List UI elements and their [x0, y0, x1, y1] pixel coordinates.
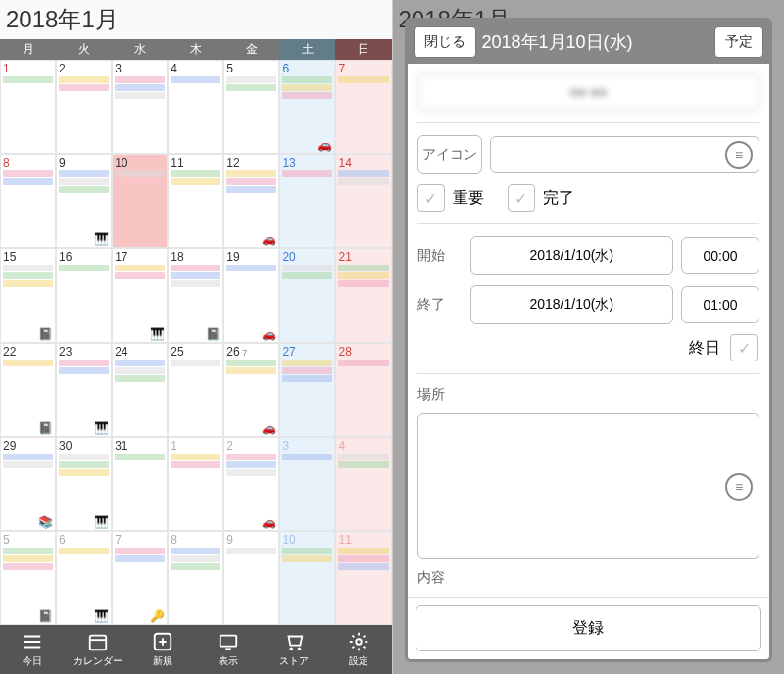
- day-cell[interactable]: 1: [168, 437, 223, 531]
- day-cell[interactable]: 6🚗: [279, 60, 335, 154]
- calendar-title: 2018年1月: [0, 0, 392, 39]
- weekday-cell: 木: [168, 39, 223, 60]
- day-cell[interactable]: 11: [168, 154, 223, 248]
- day-cell[interactable]: 16: [56, 248, 112, 342]
- start-date-button[interactable]: 2018/1/10(水): [470, 236, 674, 275]
- event-icon: 📓: [38, 421, 53, 435]
- end-date-button[interactable]: 2018/1/10(水): [470, 285, 674, 324]
- event-icon: 🚗: [262, 327, 276, 341]
- modal-footer: 登録: [408, 597, 770, 659]
- bottom-toolbar: 今日カレンダー新規表示ストア設定: [0, 625, 392, 674]
- day-cell[interactable]: 4: [335, 437, 391, 531]
- toolbar-label: 設定: [349, 654, 368, 668]
- list-icon: ≡: [725, 473, 753, 501]
- day-cell[interactable]: 4: [168, 60, 223, 154]
- allday-checkbox[interactable]: ✓: [730, 334, 758, 361]
- toolbar-calendar[interactable]: カレンダー: [66, 625, 131, 674]
- toolbar-display[interactable]: 表示: [196, 625, 262, 674]
- day-cell[interactable]: 8: [0, 154, 56, 248]
- close-button[interactable]: 閉じる: [414, 26, 476, 58]
- day-cell[interactable]: 18📓: [168, 248, 223, 342]
- place-label: 場所: [417, 386, 760, 404]
- day-cell[interactable]: 26 7🚗: [223, 343, 279, 437]
- day-cell[interactable]: 7: [335, 60, 391, 154]
- done-checkbox[interactable]: ✓ 完了: [508, 184, 574, 212]
- icon-label[interactable]: アイコン: [417, 135, 482, 174]
- svg-rect-0: [90, 636, 107, 650]
- submit-button[interactable]: 登録: [416, 605, 762, 651]
- day-cell[interactable]: 3: [279, 437, 335, 531]
- event-type-button[interactable]: 予定: [714, 26, 763, 58]
- event-panel: 2018年1月 閉じる 2018年1月10日(水) 予定 ■■ ■■ アイコン …: [393, 0, 785, 674]
- event-icon: 🚗: [262, 421, 276, 435]
- weekday-cell: 日: [335, 39, 391, 60]
- day-cell[interactable]: 5: [223, 60, 279, 154]
- day-cell[interactable]: 3: [112, 60, 168, 154]
- title-input[interactable]: ■■ ■■: [417, 73, 760, 111]
- day-cell[interactable]: 24: [112, 343, 168, 437]
- day-cell[interactable]: 30🎹: [56, 437, 112, 531]
- day-cell[interactable]: 9: [223, 531, 279, 625]
- event-icon: 📓: [38, 327, 53, 341]
- weekday-cell: 火: [56, 39, 112, 60]
- day-cell[interactable]: 2🚗: [223, 437, 279, 531]
- day-cell[interactable]: 9🎹: [56, 154, 112, 248]
- start-row: 開始 2018/1/10(水) 00:00: [417, 236, 760, 275]
- start-time-button[interactable]: 00:00: [681, 237, 760, 274]
- toolbar-label: カレンダー: [74, 654, 122, 668]
- weekday-cell: 土: [279, 39, 335, 60]
- day-cell[interactable]: 17🎹: [112, 248, 168, 342]
- icon-picker[interactable]: ≡: [490, 136, 760, 173]
- day-cell[interactable]: 25: [168, 343, 223, 437]
- weekday-cell: 金: [223, 39, 279, 60]
- weekday-cell: 水: [112, 39, 168, 60]
- day-cell[interactable]: 8: [168, 531, 223, 625]
- toolbar-label: 今日: [23, 654, 42, 668]
- day-cell[interactable]: 14: [335, 154, 391, 248]
- day-cell[interactable]: 10: [112, 154, 168, 248]
- svg-point-3: [289, 648, 292, 650]
- day-cell[interactable]: 20: [279, 248, 335, 342]
- day-cell[interactable]: 19🚗: [223, 248, 279, 342]
- day-cell[interactable]: 10: [279, 531, 335, 625]
- day-cell[interactable]: 28: [335, 343, 391, 437]
- day-cell[interactable]: 13: [279, 154, 335, 248]
- day-cell[interactable]: 21: [335, 248, 391, 342]
- day-cell[interactable]: 1: [0, 60, 56, 154]
- event-icon: 🎹: [94, 232, 109, 246]
- toolbar-today[interactable]: 今日: [0, 625, 66, 674]
- day-cell[interactable]: 27: [279, 343, 335, 437]
- calendar-panel: 2018年1月 月火水木金土日 123456🚗789🎹101112🚗131415…: [0, 0, 393, 674]
- day-cell[interactable]: 29📚: [0, 437, 56, 531]
- day-cell[interactable]: 15📓: [0, 248, 56, 342]
- day-cell[interactable]: 22📓: [0, 343, 56, 437]
- toolbar-store[interactable]: ストア: [261, 625, 326, 674]
- important-checkbox[interactable]: ✓ 重要: [417, 184, 484, 212]
- modal-header: 閉じる 2018年1月10日(水) 予定: [408, 21, 770, 64]
- day-cell[interactable]: 5📓: [0, 531, 56, 625]
- toolbar-new[interactable]: 新規: [130, 625, 196, 674]
- place-input[interactable]: ≡: [417, 413, 760, 559]
- calendar-grid: 123456🚗789🎹101112🚗131415📓1617🎹18📓19🚗2021…: [0, 60, 392, 625]
- day-cell[interactable]: 23🎹: [56, 343, 112, 437]
- event-modal: 閉じる 2018年1月10日(水) 予定 ■■ ■■ アイコン ≡ ✓ 重要 ✓: [405, 18, 773, 662]
- end-time-button[interactable]: 01:00: [681, 286, 760, 323]
- modal-body: ■■ ■■ アイコン ≡ ✓ 重要 ✓ 完了 開始: [408, 64, 770, 597]
- day-cell[interactable]: 7🔑: [112, 531, 168, 625]
- check-icon: ✓: [508, 184, 535, 212]
- event-icon: 🔑: [150, 609, 165, 623]
- toolbar-settings[interactable]: 設定: [326, 625, 392, 674]
- day-cell[interactable]: 11: [335, 531, 391, 625]
- toolbar-label: 表示: [219, 654, 238, 668]
- day-cell[interactable]: 2: [56, 60, 112, 154]
- weekday-cell: 月: [0, 39, 56, 60]
- event-icon: 🎹: [150, 327, 165, 341]
- end-row: 終了 2018/1/10(水) 01:00: [417, 285, 760, 324]
- day-cell[interactable]: 6🎹: [56, 531, 112, 625]
- event-icon: 📓: [38, 609, 53, 623]
- modal-title: 2018年1月10日(水): [482, 30, 710, 54]
- event-icon: 🎹: [94, 421, 109, 435]
- svg-point-4: [298, 648, 301, 650]
- day-cell[interactable]: 31: [112, 437, 168, 531]
- day-cell[interactable]: 12🚗: [223, 154, 279, 248]
